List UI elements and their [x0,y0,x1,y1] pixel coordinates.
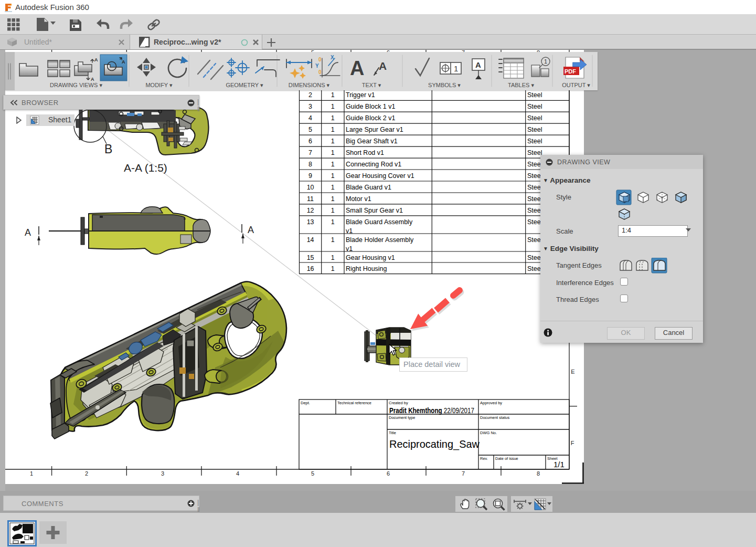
svg-text:Y: Y [315,63,319,69]
svg-text:1: 1 [544,58,547,65]
svg-text:A: A [350,57,364,79]
svg-text:A: A [25,227,31,238]
svg-text:PDF: PDF [565,68,576,75]
svg-text:A: A [94,57,98,62]
svg-text:A-A (1:5): A-A (1:5) [124,162,167,174]
svg-text:A: A [248,225,254,235]
svg-text:A: A [91,77,94,82]
svg-text:Place detail view: Place detail view [403,360,461,369]
svg-text:B: B [104,142,112,156]
svg-text:0: 0 [318,69,322,75]
svg-text:1: 1 [454,64,458,73]
svg-text:0: 0 [318,57,322,62]
svg-text:A: A [475,60,481,69]
svg-text:A: A [122,59,125,65]
svg-text:A: A [379,60,387,72]
